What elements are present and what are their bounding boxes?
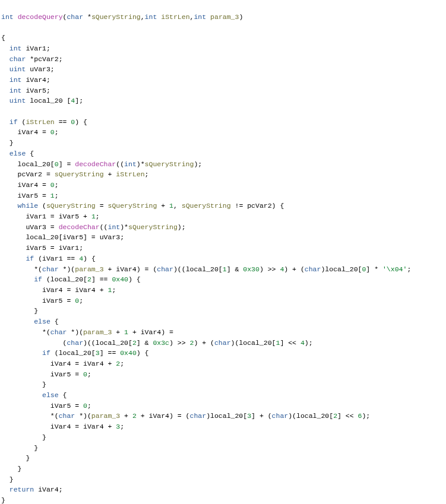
v: iVar4 — [38, 486, 59, 493]
lit: '\x04' — [382, 265, 407, 273]
kw: return — [10, 486, 34, 493]
v: local_20 — [18, 160, 50, 168]
n: 0 — [50, 181, 55, 189]
n: 1 — [276, 339, 280, 347]
t: char — [190, 412, 207, 420]
v: param_3 — [83, 328, 112, 336]
v: iVar4 — [18, 128, 39, 136]
n: 0 — [362, 265, 366, 273]
n: 4 — [280, 265, 284, 273]
v: iVar4 — [83, 360, 104, 367]
v: iVar5 — [26, 244, 46, 252]
n: 0 — [83, 402, 87, 410]
v: param_3 — [91, 412, 120, 420]
v: iVar4 — [75, 286, 96, 294]
n: 2 — [190, 339, 194, 347]
v: iVar1 — [26, 213, 46, 220]
v: sQueryString — [182, 202, 231, 210]
v: iVar4 — [50, 423, 71, 430]
n: 3 — [247, 412, 251, 420]
v: local_20 — [59, 349, 91, 357]
d0t: int — [10, 45, 22, 52]
n: 2 — [333, 412, 337, 420]
t: char — [157, 265, 173, 273]
v: iVar1 — [59, 244, 80, 252]
kw: if — [10, 118, 18, 126]
n: 1 — [124, 328, 128, 336]
v: iVar1 — [42, 255, 63, 262]
p3t: int — [194, 13, 206, 21]
d5a: 4 — [71, 97, 75, 104]
n: 0x3c — [153, 339, 169, 347]
n: 0 — [50, 128, 55, 136]
kw: if — [26, 255, 34, 262]
n: 4 — [301, 339, 305, 347]
p3n: param_3 — [210, 13, 239, 21]
n: 4 — [79, 255, 83, 262]
d3t: int — [10, 76, 22, 84]
d5n: local_20 — [30, 97, 62, 104]
v: local_20 — [26, 233, 58, 241]
n: 2 — [132, 412, 137, 420]
v: local_20 — [50, 275, 83, 283]
v: uVar3 — [100, 233, 121, 241]
v: iVar5 — [63, 233, 84, 241]
n: 0 — [55, 160, 59, 168]
d2n: uVar3 — [30, 65, 50, 73]
n: 1 — [107, 286, 112, 294]
code-view: int decodeQuery(char *sQueryString,int i… — [0, 12, 446, 504]
v: iVar4 — [83, 423, 104, 430]
call: decodeChar — [75, 160, 116, 168]
n: 2 — [87, 275, 91, 283]
v: uVar3 — [26, 223, 46, 231]
v: iVar5 — [50, 402, 71, 410]
ret-type: int — [1, 13, 14, 21]
n: 6 — [358, 412, 362, 420]
t: char — [214, 339, 231, 347]
t: char — [59, 412, 75, 420]
v: iStrLen — [116, 170, 144, 178]
v: iVar5 — [50, 370, 71, 378]
kw: if — [42, 349, 50, 357]
v: iVar4 — [50, 360, 71, 367]
v: sQueryString — [46, 202, 96, 210]
p2n: iStrLen — [161, 13, 189, 21]
t: int — [124, 160, 137, 168]
p1n: sQueryString — [91, 13, 141, 21]
d2t: uint — [10, 65, 26, 73]
v: iVar4 — [149, 412, 170, 420]
n: 0x40 — [120, 349, 137, 357]
v: iVar4 — [141, 328, 162, 336]
v: local_20 — [325, 265, 358, 273]
v: sQueryString — [107, 202, 157, 210]
v: iVar5 — [59, 213, 80, 220]
kw: else — [10, 150, 26, 157]
kw: else — [42, 391, 59, 399]
v: sQueryString — [55, 170, 104, 178]
p1t: char — [67, 13, 83, 21]
kw: while — [18, 202, 39, 210]
v: param_3 — [75, 265, 103, 273]
n: 0x40 — [112, 275, 128, 283]
n: 2 — [116, 360, 120, 367]
v: local_20 — [186, 265, 219, 273]
n: 1 — [169, 202, 173, 210]
d4t: int — [10, 87, 22, 94]
t: int — [107, 223, 120, 231]
t: char — [272, 412, 289, 420]
kw: if — [34, 275, 42, 283]
n: 0 — [83, 370, 87, 378]
fn-name: decodeQuery — [18, 13, 63, 21]
n: 1 — [223, 265, 227, 273]
d4n: iVar5 — [26, 87, 46, 94]
v: sQueryString — [145, 160, 194, 168]
kw: else — [34, 318, 50, 325]
n: 2 — [132, 339, 137, 347]
v: local_20 — [210, 412, 243, 420]
v: iVar4 — [18, 181, 39, 189]
t: char — [305, 265, 321, 273]
d3n: iVar4 — [26, 76, 46, 84]
v: pcVar2 — [18, 170, 42, 178]
n: 0 — [75, 297, 79, 305]
n: 3 — [96, 349, 100, 357]
